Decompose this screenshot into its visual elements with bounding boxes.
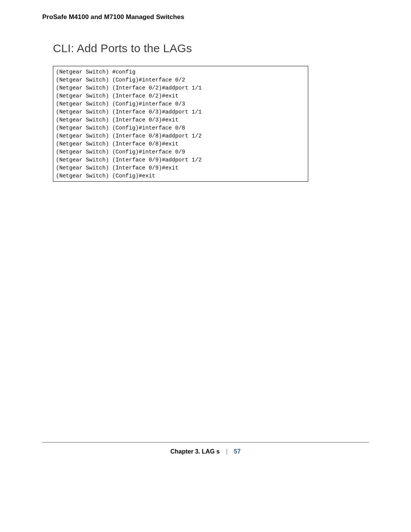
document-header-title: ProSafe M4100 and M7100 Managed Switches — [42, 13, 184, 21]
code-line: (Netgear Switch) (Interface 0/9)#addport… — [56, 156, 306, 164]
code-block: (Netgear Switch) #config (Netgear Switch… — [53, 66, 308, 182]
code-line: (Netgear Switch) #config — [56, 68, 306, 76]
footer-rule — [42, 442, 369, 443]
code-line: (Netgear Switch) (Config)#interface 0/2 — [56, 76, 306, 84]
code-line: (Netgear Switch) (Interface 0/8)#exit — [56, 140, 306, 148]
code-line: (Netgear Switch) (Config)#interface 0/8 — [56, 124, 306, 132]
code-line: (Netgear Switch) (Interface 0/8)#addport… — [56, 132, 306, 140]
footer-separator: | — [221, 448, 232, 455]
footer-page-number: 57 — [234, 448, 241, 455]
code-line: (Netgear Switch) (Interface 0/2)#exit — [56, 92, 306, 100]
code-line: (Netgear Switch) (Config)#interface 0/3 — [56, 100, 306, 108]
code-line: (Netgear Switch) (Interface 0/2)#addport… — [56, 84, 306, 92]
page: ProSafe M4100 and M7100 Managed Switches… — [0, 0, 411, 532]
code-line: (Netgear Switch) (Interface 0/3)#addport… — [56, 108, 306, 116]
code-line: (Netgear Switch) (Interface 0/9)#exit — [56, 164, 306, 172]
code-line: (Netgear Switch) (Config)#exit — [56, 172, 306, 180]
page-footer: Chapter 3. LAG s | 57 — [0, 448, 411, 455]
code-line: (Netgear Switch) (Config)#interface 0/9 — [56, 148, 306, 156]
section-heading: CLI: Add Ports to the LAGs — [53, 42, 192, 55]
footer-chapter: Chapter 3. LAG s — [170, 448, 220, 455]
code-line: (Netgear Switch) (Interface 0/3)#exit — [56, 116, 306, 124]
